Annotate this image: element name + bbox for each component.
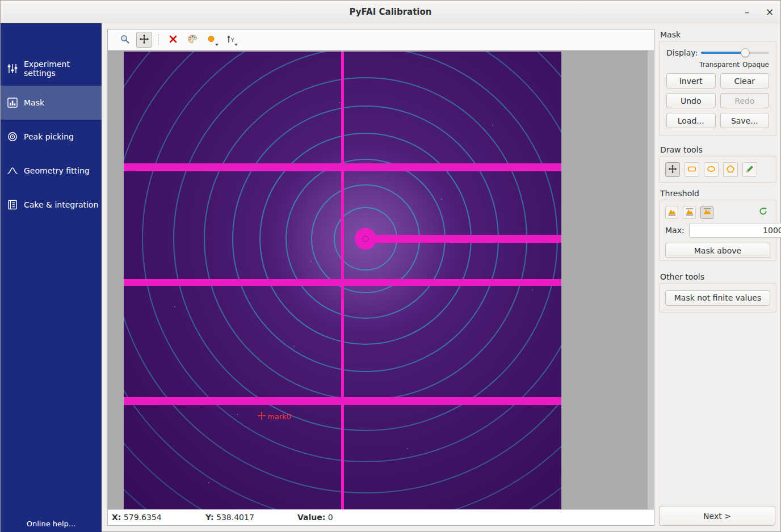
plot-area: Y [107,29,654,526]
sidebar: Experiment settings Mask Pe [1,23,102,532]
beamstop-mask [355,228,376,250]
other-tools-group: Mask not finite values [659,283,776,313]
target-rings-icon [7,131,18,142]
mask-section-title: Mask [660,30,776,39]
pencil-tool-button[interactable] [742,162,757,177]
titlebar: PyFAI Calibration – × [1,1,780,23]
transparent-label: Transparent [699,61,740,69]
pan-icon [668,164,677,175]
online-help-link[interactable]: Online help... [1,520,102,528]
sidebar-item-label: Cake & integration [24,200,98,209]
mask-not-finite-button[interactable]: Mask not finite values [665,290,770,306]
mask-between-threshold-button[interactable] [683,206,696,219]
invert-button[interactable]: Invert [666,73,716,88]
zoom-icon [120,34,130,46]
sidebar-item-cake-integration[interactable]: Cake & integration [1,188,102,222]
polygon-icon [726,164,735,175]
toolbar-separator [158,34,159,45]
ellipse-icon [707,164,716,175]
window-controls: – × [742,1,775,23]
threshold-title: Threshold [660,189,776,198]
sidebar-item-peak-picking[interactable]: Peak picking [1,120,102,154]
close-button[interactable]: × [765,7,775,17]
load-button[interactable]: Load... [666,113,716,128]
mask-chart-icon [7,97,18,108]
mask-group: Display: Transparent Opaque Invert Clear… [659,41,776,136]
colormap-button[interactable] [184,32,200,48]
sidebar-item-label: Peak picking [24,132,74,141]
pan-button[interactable] [136,32,152,48]
polygon-tool-button[interactable] [723,162,738,177]
mask-above-threshold-button[interactable] [700,206,713,219]
opaque-label: Opaque [742,61,769,69]
marker-label: mark0 [267,412,291,421]
diffraction-image[interactable]: mark0 [124,52,561,510]
sliders-icon [7,63,18,74]
mask-below-icon [667,207,677,218]
draw-tools-title: Draw tools [660,145,776,154]
chevron-down-icon [215,44,219,46]
next-button[interactable]: Next > [659,506,775,526]
slider-track [701,52,769,54]
sidebar-item-label: Mask [24,98,44,107]
slider-fill [701,52,745,54]
chevron-down-icon [234,44,238,46]
refresh-icon [758,206,768,218]
draw-tools-group [659,156,776,183]
clear-button[interactable]: Clear [720,73,770,88]
mask-below-threshold-button[interactable] [665,206,678,219]
sidebar-item-label: Geometry fitting [24,166,90,175]
rectangle-icon [687,164,696,175]
y-axis-orientation-button[interactable]: Y [223,32,239,48]
sidebar-item-label: Experiment settings [24,60,102,78]
threshold-group: Max: Mask above [659,200,776,261]
pan-icon [139,34,149,46]
window-title: PyFAI Calibration [1,7,780,17]
zoom-button[interactable] [117,32,133,48]
plot-canvas[interactable]: mark0 [108,50,654,509]
red-x-icon [168,34,178,46]
pan-tool-button[interactable] [665,162,680,177]
list-book-icon [7,199,18,210]
save-button[interactable]: Save... [720,113,770,128]
rectangle-tool-button[interactable] [685,162,699,177]
sidebar-item-experiment-settings[interactable]: Experiment settings [1,52,102,86]
sidebar-item-geometry-fitting[interactable]: Geometry fitting [1,154,102,188]
cursor-value-readout: Value: 0 [297,513,333,522]
statusbar: X: 579.6354 Y: 538.4017 Value: 0 [108,509,654,525]
colormap-palette-icon [187,34,198,46]
cursor-y-readout: Y: 538.4017 [205,513,254,522]
threshold-max-input[interactable] [689,223,781,238]
mask-above-button[interactable]: Mask above [665,243,770,258]
refresh-button[interactable] [755,205,770,219]
plot-toolbar: Y [108,29,654,50]
ellipse-tool-button[interactable] [704,162,719,177]
pencil-icon [745,164,754,175]
sidebar-item-mask[interactable]: Mask [1,86,102,120]
undo-button[interactable]: Undo [666,93,716,108]
minimize-button[interactable]: – [742,7,752,17]
slider-handle[interactable] [741,48,750,57]
scrollbar[interactable] [648,50,654,509]
max-label: Max: [665,226,685,235]
points-mode-button[interactable] [204,32,220,48]
peak-curve-icon [7,165,18,176]
cursor-x-readout: X: 579.6354 [112,513,162,522]
mask-opacity-slider[interactable] [701,48,769,58]
mask-above-icon [703,207,712,218]
mask-tools-panel: Mask Display: Transparent Opaque Invert … [659,29,776,526]
svg-text:Y: Y [230,37,234,43]
crosshair-clear-button[interactable] [165,32,181,48]
app-window: PyFAI Calibration – × Experiment setting… [0,0,781,532]
mask-between-icon [685,207,694,218]
other-tools-title: Other tools [660,272,776,281]
redo-button[interactable]: Redo [720,93,770,108]
display-label: Display: [666,48,701,57]
